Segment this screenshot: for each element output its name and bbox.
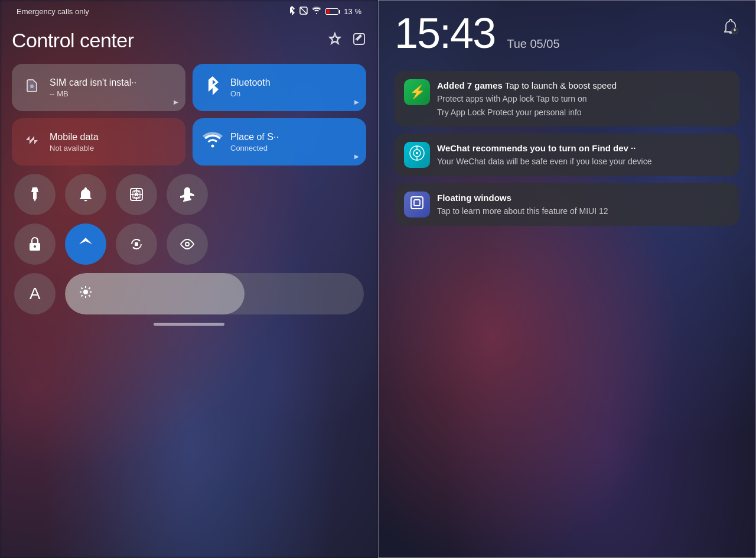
floating-notif-title-bold: Floating windows <box>437 193 511 203</box>
bluetooth-tile-subtitle: On <box>230 89 357 98</box>
sim-tile-text: SIM card isn't instal·· -- MB <box>50 77 176 98</box>
svg-line-26 <box>82 295 83 296</box>
wifi-tile-subtitle: Connected <box>230 144 357 153</box>
bluetooth-tile-arrow: ▶ <box>354 99 359 105</box>
notification-settings-icon[interactable] <box>722 18 739 40</box>
brightness-slider[interactable] <box>65 273 364 314</box>
bluetooth-tile[interactable]: Bluetooth On ▶ <box>193 64 366 111</box>
floating-windows-notification-card[interactable]: Floating windows Tap to learn more about… <box>395 183 739 226</box>
brightness-icon <box>79 286 92 302</box>
brightness-settings-icon[interactable] <box>327 31 343 50</box>
game-notif-title: Added 7 games Tap to launch & boost spee… <box>437 79 730 92</box>
cc-header: Control center <box>12 21 366 64</box>
svg-point-5 <box>30 85 34 88</box>
sim-status-icon <box>299 7 308 17</box>
cc-title: Control center <box>12 29 134 52</box>
bottom-row: A <box>12 273 366 314</box>
bluetooth-tile-title: Bluetooth <box>230 77 357 88</box>
game-app-icon: ⚡ <box>404 79 430 105</box>
svg-line-24 <box>89 295 90 296</box>
bluetooth-tile-text: Bluetooth On <box>230 77 357 98</box>
wifi-tile-arrow: ▶ <box>354 153 359 160</box>
quick-tiles-grid: SIM card isn't instal·· -- MB ▶ Bluetoot… <box>12 64 366 166</box>
wechat-notif-body: WeChat recommends you to turn on Find de… <box>437 142 730 168</box>
mobile-data-tile[interactable]: Mobile data Not available <box>12 118 185 166</box>
game-notif-line1: Protect apps with App lock Tap to turn o… <box>437 93 730 105</box>
wechat-notification-card[interactable]: WeChat recommends you to turn on Find de… <box>395 134 739 176</box>
clock-date: Tue 05/05 <box>507 37 559 51</box>
svg-rect-7 <box>33 192 37 199</box>
wifi-status-icon <box>311 7 322 17</box>
svg-rect-15 <box>135 242 138 246</box>
notifications-panel: 15:43 Tue 05/05 ⚡ <box>378 0 756 558</box>
clock-row: 15:43 Tue 05/05 <box>395 12 739 54</box>
sim-tile[interactable]: SIM card isn't instal·· -- MB ▶ <box>12 64 185 111</box>
clock-time: 15:43 <box>395 12 495 54</box>
floating-notif-title: Floating windows <box>437 192 730 204</box>
mobile-data-tile-subtitle: Not available <box>50 144 176 153</box>
mobile-data-tile-title: Mobile data <box>50 131 176 142</box>
svg-point-14 <box>34 245 36 248</box>
svg-line-25 <box>89 288 90 289</box>
battery-percent-text: 13 % <box>344 7 361 16</box>
svg-rect-35 <box>414 200 420 206</box>
bluetooth-tile-icon <box>202 75 223 100</box>
circle-row-1 <box>12 174 366 215</box>
game-notification-card[interactable]: ⚡ Added 7 games Tap to launch & boost sp… <box>395 71 739 126</box>
sim-tile-icon <box>21 76 43 99</box>
game-notif-body: Added 7 games Tap to launch & boost spee… <box>437 79 730 118</box>
svg-line-1 <box>300 7 307 14</box>
floating-app-icon <box>404 192 430 218</box>
home-indicator[interactable] <box>154 323 224 326</box>
flashlight-button[interactable] <box>14 174 56 215</box>
wifi-tile-title: Place of S·· <box>230 131 357 142</box>
wechat-icon-symbol <box>409 145 425 164</box>
svg-point-6 <box>211 144 214 147</box>
sim-tile-arrow: ▶ <box>174 99 178 105</box>
wechat-notif-line1: Your WeChat data will be safe even if yo… <box>437 156 730 168</box>
clock-display: 15:43 Tue 05/05 <box>395 12 560 54</box>
bluetooth-status-icon <box>288 6 296 17</box>
mobile-data-tile-icon <box>21 131 43 153</box>
wechat-notif-title: WeChat recommends you to turn on Find de… <box>437 142 730 154</box>
wifi-tile[interactable]: Place of S·· Connected ▶ <box>193 118 366 166</box>
eye-comfort-button[interactable] <box>167 223 208 265</box>
clock-right-icons <box>722 12 739 40</box>
wechat-app-icon <box>404 142 430 168</box>
svg-line-23 <box>82 288 83 289</box>
status-icons: 13 % <box>288 6 361 17</box>
rotation-lock-button[interactable] <box>116 223 157 265</box>
location-button[interactable] <box>65 223 106 265</box>
svg-point-17 <box>186 243 188 245</box>
wifi-tile-text: Place of S·· Connected <box>230 131 357 153</box>
bell-button[interactable] <box>65 174 106 215</box>
cc-header-icons <box>327 31 366 50</box>
screenshot-button[interactable] <box>116 174 157 215</box>
floating-icon-symbol <box>410 196 424 213</box>
game-notif-title-rest: Tap to launch & boost speed <box>505 80 617 90</box>
svg-point-18 <box>83 290 88 294</box>
wechat-notif-title-bold: WeChat recommends you to turn on Find de… <box>437 143 636 153</box>
svg-rect-34 <box>411 197 423 209</box>
game-icon-symbol: ⚡ <box>409 85 425 100</box>
mobile-data-tile-text: Mobile data Not available <box>50 131 176 153</box>
sim-tile-title: SIM card isn't instal·· <box>50 77 176 88</box>
control-center-panel: Emergency calls only <box>0 0 378 558</box>
floating-notif-line1: Tap to learn more about this feature of … <box>437 206 730 218</box>
battery-icon <box>325 8 340 15</box>
svg-point-31 <box>416 152 418 154</box>
airplane-mode-button[interactable] <box>167 174 208 215</box>
font-size-button[interactable]: A <box>14 273 56 314</box>
floating-notif-body: Floating windows Tap to learn more about… <box>437 192 730 218</box>
circle-row-2 <box>12 223 366 265</box>
wifi-tile-icon <box>202 132 223 153</box>
emergency-calls-text: Emergency calls only <box>17 7 89 16</box>
edit-icon[interactable] <box>352 32 366 50</box>
status-bar: Emergency calls only <box>12 0 366 21</box>
game-notif-title-bold: Added 7 games <box>437 80 503 90</box>
font-letter: A <box>30 284 41 303</box>
sim-tile-subtitle: -- MB <box>50 89 176 98</box>
screen-lock-button[interactable] <box>14 223 56 265</box>
game-notif-line2: Try App Lock Protect your personal info <box>437 107 730 119</box>
